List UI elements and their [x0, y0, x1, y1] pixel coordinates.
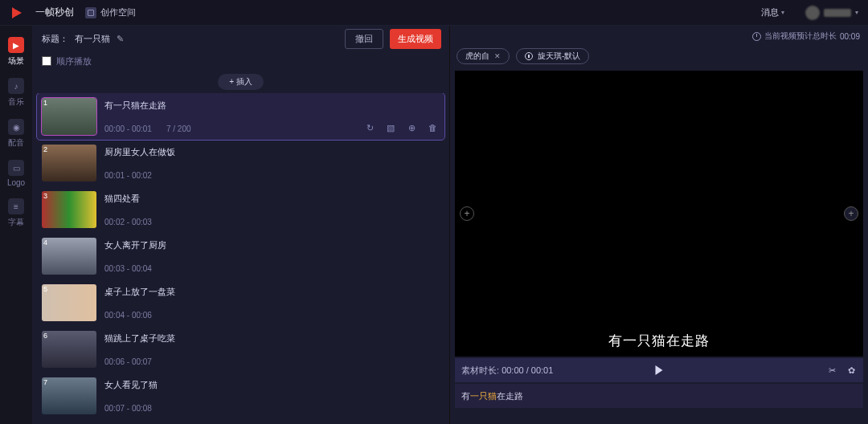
- scene-time: 00:07 - 00:08: [104, 404, 152, 413]
- mic-icon: [525, 52, 533, 60]
- scene-row[interactable]: 3猫四处看00:02 - 00:03: [37, 186, 444, 233]
- nav-label: 音乐: [8, 96, 24, 108]
- add-icon[interactable]: ⊕: [406, 122, 417, 133]
- scene-row[interactable]: 6猫跳上了桌子吃菜00:06 - 00:07: [37, 326, 444, 373]
- logo-icon: ▭: [8, 160, 24, 176]
- scene-thumbnail[interactable]: 1: [42, 98, 96, 135]
- preview-panel: 当前视频预计总时长 00:09 虎的自✕ 旋天琪-默认 + + 有一只猫在走路 …: [450, 26, 868, 424]
- tag-style[interactable]: 虎的自✕: [457, 48, 510, 64]
- image-icon[interactable]: ▧: [385, 122, 396, 133]
- scene-time: 00:06 - 00:07: [104, 357, 152, 366]
- player-controls: 素材时长: 00:00 / 00:01 ✂ ✿: [455, 358, 863, 382]
- total-duration: 当前视频预计总时长 00:09: [752, 31, 860, 42]
- sequential-play-checkbox[interactable]: [42, 56, 51, 66]
- material-time: 00:00 / 00:01: [502, 365, 553, 375]
- nav-label: 配音: [8, 137, 24, 149]
- duration-label: 当前视频预计总时长: [764, 31, 837, 42]
- messages-link[interactable]: 消息 ▾: [761, 6, 784, 18]
- subtitle-bar[interactable]: 有一只猫在走路: [455, 384, 863, 408]
- scene-row[interactable]: 2厨房里女人在做饭00:01 - 00:02: [37, 140, 444, 186]
- workspace-label: 创作空间: [100, 6, 136, 18]
- nav-label: 字幕: [8, 217, 24, 228]
- tag-voice[interactable]: 旋天琪-默认: [516, 48, 589, 64]
- scene-title: 猫四处看: [104, 193, 440, 205]
- avatar: [805, 6, 820, 20]
- subtitle-post: 在走路: [497, 390, 523, 402]
- workspace-icon: [85, 7, 96, 18]
- settings-icon[interactable]: ✿: [845, 365, 857, 376]
- scene-list[interactable]: 1有一只猫在走路00:00 - 00:017 / 200↻▧⊕🗑2厨房里女人在做…: [32, 93, 449, 422]
- nav-music[interactable]: ♪ 音乐: [0, 78, 32, 108]
- delete-icon[interactable]: 🗑: [427, 122, 438, 133]
- scene-number: 7: [43, 378, 47, 386]
- scene-title: 猫跳上了桌子吃菜: [104, 332, 440, 344]
- scene-title: 桌子上放了一盘菜: [104, 286, 440, 298]
- nav-logo[interactable]: ▭ Logo: [0, 160, 32, 187]
- nav-scene[interactable]: ▶ 场景: [0, 37, 32, 67]
- scene-thumbnail[interactable]: 7: [42, 377, 96, 414]
- preview-caption: 有一只猫在走路: [608, 332, 710, 350]
- title-prefix: 标题：: [42, 33, 68, 45]
- nav-label: 场景: [8, 55, 24, 67]
- refresh-icon[interactable]: ↻: [364, 122, 375, 133]
- user-menu[interactable]: ▾: [805, 6, 858, 20]
- scene-row[interactable]: 1有一只猫在走路00:00 - 00:017 / 200↻▧⊕🗑: [37, 93, 444, 140]
- scene-row[interactable]: 7女人看见了猫00:07 - 00:08: [37, 373, 444, 419]
- scene-time: 00:03 - 00:04: [104, 264, 152, 273]
- scene-time: 00:02 - 00:03: [104, 218, 152, 226]
- scene-thumbnail[interactable]: 2: [42, 145, 96, 181]
- scene-title: 有一只猫在走路: [104, 100, 440, 112]
- duration-value: 00:09: [840, 32, 860, 41]
- scene-icon: ▶: [8, 37, 24, 53]
- scene-thumbnail[interactable]: 4: [42, 238, 96, 275]
- app-logo-icon: [10, 6, 24, 20]
- scene-count: 7 / 200: [166, 124, 191, 133]
- nav-voice[interactable]: ◉ 配音: [0, 119, 32, 149]
- withdraw-button[interactable]: 撤回: [345, 29, 383, 49]
- scene-title: 女人看见了猫: [104, 379, 440, 391]
- scene-number: 6: [43, 332, 47, 340]
- scene-number: 2: [43, 145, 47, 153]
- add-after-button[interactable]: +: [844, 206, 858, 221]
- left-nav: ▶ 场景 ♪ 音乐 ◉ 配音 ▭ Logo ≡ 字幕: [0, 26, 32, 424]
- video-preview[interactable]: + + 有一只猫在走路: [455, 71, 863, 357]
- voice-icon: ◉: [8, 119, 24, 135]
- scene-row[interactable]: 4女人离开了厨房00:03 - 00:04: [37, 233, 444, 279]
- chevron-down-icon: ▾: [855, 9, 858, 16]
- app-brand: 一帧秒创: [35, 6, 74, 19]
- nav-subtitle[interactable]: ≡ 字幕: [0, 198, 32, 228]
- scene-thumbnail[interactable]: 3: [42, 191, 96, 228]
- chevron-down-icon: ▾: [781, 9, 784, 16]
- topbar: 一帧秒创 创作空间 消息 ▾ ▾: [0, 0, 868, 26]
- close-icon[interactable]: ✕: [494, 52, 501, 60]
- scene-thumbnail[interactable]: 6: [42, 331, 96, 368]
- insert-button[interactable]: + 插入: [218, 74, 264, 90]
- edit-title-icon[interactable]: ✎: [117, 34, 124, 44]
- scene-panel: 撤回 生成视频 标题： 有一只猫 ✎ 顺序播放 + 插入 1有一只猫在走路00:…: [32, 26, 450, 424]
- preview-tags: 虎的自✕ 旋天琪-默认: [457, 48, 589, 64]
- username: [824, 9, 851, 17]
- add-before-button[interactable]: +: [460, 206, 474, 221]
- scene-time: 00:00 - 00:01: [104, 124, 152, 133]
- scene-time: 00:01 - 00:02: [104, 171, 152, 180]
- scene-time: 00:04 - 00:06: [104, 311, 152, 320]
- scene-title: 女人离开了厨房: [104, 239, 440, 251]
- scene-row[interactable]: 8女人把猫赶走了: [37, 419, 444, 422]
- subtitle-icon: ≡: [8, 198, 24, 214]
- clock-icon: [752, 32, 761, 41]
- scene-row[interactable]: 5桌子上放了一盘菜00:04 - 00:06: [37, 279, 444, 326]
- play-button[interactable]: [656, 365, 663, 375]
- workspace-link[interactable]: 创作空间: [85, 6, 136, 18]
- scene-number: 1: [43, 99, 47, 107]
- scene-number: 4: [43, 238, 47, 247]
- title-text: 有一只猫: [75, 33, 110, 45]
- subtitle-pre: 有: [461, 390, 470, 402]
- subtitle-highlight: 一只猫: [470, 390, 497, 402]
- cut-icon[interactable]: ✂: [826, 365, 837, 376]
- scene-thumbnail[interactable]: 5: [42, 284, 96, 321]
- generate-video-button[interactable]: 生成视频: [390, 29, 441, 49]
- material-label: 素材时长:: [461, 365, 499, 377]
- messages-label: 消息: [761, 6, 779, 18]
- scene-number: 5: [43, 285, 47, 293]
- scene-title: 厨房里女人在做饭: [104, 146, 440, 158]
